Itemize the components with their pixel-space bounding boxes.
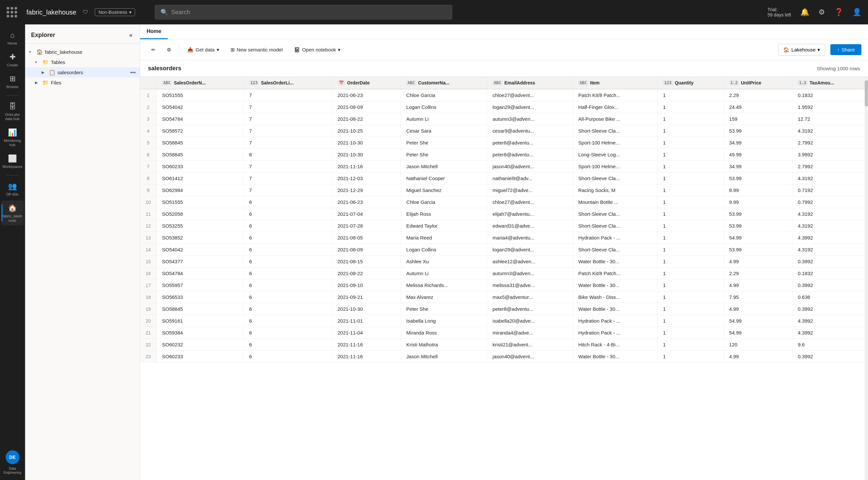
tree-item-salesorders[interactable]: ▶ 📋 salesorders ••• [25,67,140,77]
table-cell: 0.3992 [793,303,868,315]
table-cell: 24.49 [724,101,793,113]
table-cell: 4.3992 [793,232,868,244]
share-icon: ↑ [837,47,840,53]
table-cell: 6 [244,279,332,291]
col-label: UnitPrice [741,80,761,85]
table-icon: 📋 [49,69,56,75]
table-cell: 7 [244,173,332,184]
table-cell: 2.7992 [793,161,868,173]
col-header-emailaddress[interactable]: ABC EmailAddress [487,77,573,89]
lakehouse-button[interactable]: 🏠 Lakehouse ▾ [778,44,825,56]
col-header-unitprice[interactable]: 1.2 UnitPrice [724,77,793,89]
table-cell: 7 [244,101,332,113]
col-header-orderdate[interactable]: 📅 OrderDate [332,77,401,89]
home-icon: ⌂ [10,31,14,40]
table-body: 1SO5155572021-06-23Chloe Garciachloe27@a… [140,89,868,363]
table-cell: 34.99 [724,137,793,149]
scrollbar-thumb[interactable] [865,80,868,107]
table-cell: SO54377 [157,256,244,268]
table-cell: SO59384 [157,327,244,339]
col-header-customername[interactable]: ABC CustomerNa... [401,77,487,89]
table-row: 3SO5478472021-08-22Autumn Liautumn3@adve… [140,113,868,125]
classification-badge[interactable]: Non-Business ▾ [95,8,135,16]
lakehouse-icon: 🏠 [36,49,43,55]
avatar[interactable]: DE [6,450,20,464]
table-cell: 6 [244,315,332,327]
share-label: Share [842,47,855,53]
app-grid-icon[interactable] [7,7,17,18]
chevron-down-icon: ▾ [817,47,820,53]
table-cell: Autumn Li [401,113,487,125]
tree-item-tables[interactable]: ▾ 📁 Tables [25,57,140,67]
sidebar-item-create[interactable]: ✚ Create [1,49,24,70]
tree-item-files[interactable]: ▶ 📁 Files [25,77,140,88]
col-header-salesorderline[interactable]: 123 SalesOrderLi... [244,77,332,89]
table-cell: melissa31@adve... [487,279,573,291]
sidebar-item-browse[interactable]: ⊞ Browse [1,71,24,92]
explorer-title: Explorer [31,32,55,39]
table-cell: maria4@adventu... [487,232,573,244]
table-cell: 7 [244,161,332,173]
dp60x-icon: 👥 [8,182,17,191]
table-cell: 1 [658,351,724,363]
table-cell: 2021-11-01 [332,315,401,327]
search-bar[interactable]: 🔍 [155,5,452,20]
table-cell: All-Purpose Bike ... [573,113,657,125]
table-cell: chloe27@advent... [487,196,573,208]
row-number: 11 [140,208,157,220]
table-row: 5SO5884572021-10-30Peter Shepeter8@adven… [140,137,868,149]
more-options-icon[interactable]: ••• [130,70,136,75]
table-row: 2SO5404272021-08-09Logan Collinslogan29@… [140,101,868,113]
notification-icon[interactable]: 🔔 [800,8,809,16]
topbar: fabric_lakehouse 🛡 Non-Business ▾ 🔍 Tria… [0,0,868,25]
sidebar-item-monitoring[interactable]: 📊 Monitoring hub [1,125,24,150]
help-icon[interactable]: ❓ [834,8,843,16]
col-header-taxamount[interactable]: 1.2 TaxAmou... [793,77,868,89]
search-input[interactable] [171,9,446,16]
table-cell: 2.29 [724,89,793,101]
table-cell: 2021-08-15 [332,256,401,268]
table-cell: 0.7192 [793,184,868,196]
tree-item-root[interactable]: ▾ 🏠 fabric_lakehouse [25,47,140,57]
chevron-down-icon: ▾ [338,47,341,53]
row-number: 13 [140,232,157,244]
sidebar-item-onelake[interactable]: 🗄 OneLake data hub [1,99,24,124]
sidebar-item-workspaces[interactable]: ⬜ Workspaces [1,151,24,172]
col-header-item[interactable]: ABC Item [573,77,657,89]
sidebar-item-dp60x[interactable]: 👥 DP-60x [1,179,24,199]
table-cell: 6 [244,220,332,232]
table-cell: 4.3992 [793,327,868,339]
table-cell: SO52058 [157,208,244,220]
table-cell: Long-Sleeve Log... [573,149,657,161]
table-cell: 1 [658,196,724,208]
write-sparksql-button[interactable]: ✏ [147,44,160,56]
row-number: 14 [140,244,157,256]
sidebar-item-home[interactable]: ⌂ Home [1,28,24,48]
settings-icon[interactable]: ⚙ [818,8,825,16]
sidebar-item-fabric-lakehouse[interactable]: 🏠 fabric_lakeh ouse [1,201,24,225]
table-container[interactable]: ABC SalesOrderN... 123 SalesOrderLi... [140,77,868,480]
tab-home[interactable]: Home [140,25,168,39]
open-notebook-button[interactable]: 📓 Open notebook ▾ [289,44,345,56]
account-icon[interactable]: 👤 [852,8,861,16]
scrollbar-track[interactable] [865,77,868,480]
row-number: 21 [140,327,157,339]
new-semantic-model-button[interactable]: ⊞ New semantic model [226,44,287,56]
table-cell: SO55957 [157,279,244,291]
table-row: 6SO5884582021-10-30Peter Shepeter8@adven… [140,149,868,161]
table-cell: 0.636 [793,291,868,303]
get-data-button[interactable]: 📥 Get data ▾ [183,44,224,56]
settings-button[interactable]: ⚙ [162,44,176,56]
share-button[interactable]: ↑ Share [830,44,861,55]
collapse-button[interactable]: « [128,30,134,40]
table-row: 7SO6023372021-11-16Jason Mitchelljason40… [140,161,868,173]
table-cell: 2021-08-09 [332,244,401,256]
col-header-quantity[interactable]: 123 Quantity [658,77,724,89]
sidebar-bottom: DE Data Engineering [0,450,25,475]
onelake-icon: 🗄 [9,102,16,111]
table-cell: 120 [724,339,793,351]
table-cell: 4.3192 [793,220,868,232]
table-cell: 2021-09-10 [332,279,401,291]
col-header-salesordernumber[interactable]: ABC SalesOrderN... [157,77,244,89]
browse-icon: ⊞ [9,74,16,83]
